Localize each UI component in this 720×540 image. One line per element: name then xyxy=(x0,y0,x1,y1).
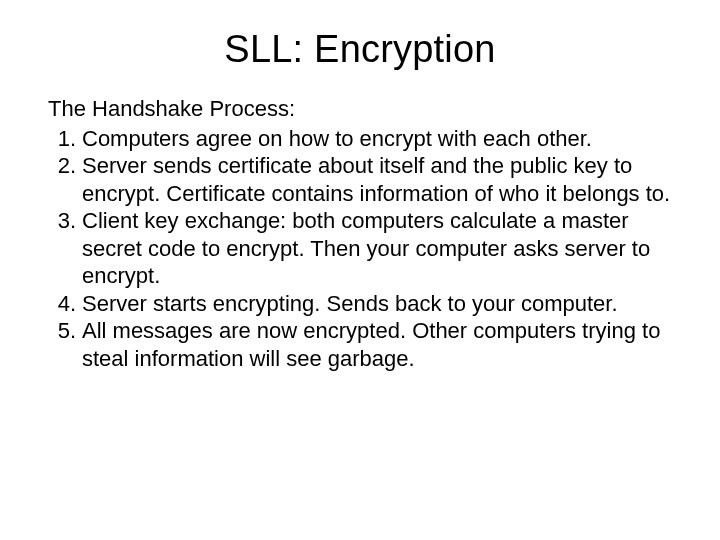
list-item: Server starts encrypting. Sends back to … xyxy=(48,290,672,318)
list-item: Server sends certificate about itself an… xyxy=(48,152,672,207)
list-item: Client key exchange: both computers calc… xyxy=(48,207,672,290)
list-item: Computers agree on how to encrypt with e… xyxy=(48,125,672,153)
slide-title: SLL: Encryption xyxy=(48,28,672,71)
process-heading: The Handshake Process: xyxy=(48,95,672,123)
process-list: Computers agree on how to encrypt with e… xyxy=(48,125,672,373)
list-item: All messages are now encrypted. Other co… xyxy=(48,317,672,372)
